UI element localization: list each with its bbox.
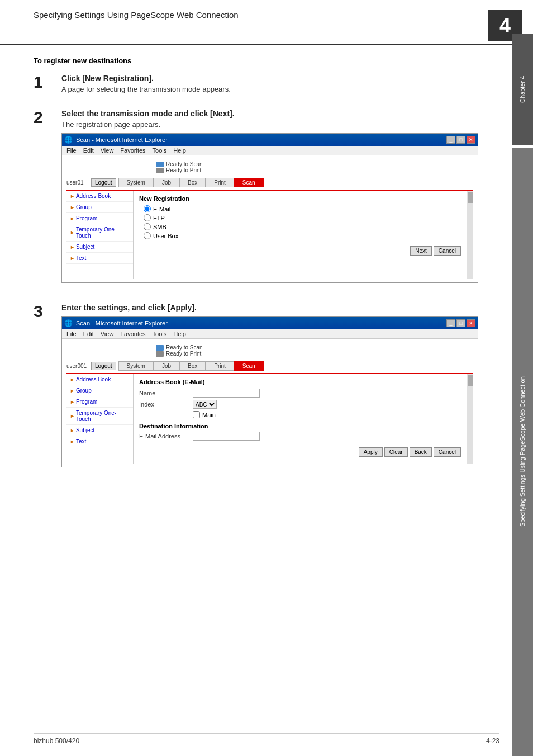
maximize-button[interactable]: □ bbox=[456, 136, 465, 144]
back-button[interactable]: Back bbox=[410, 447, 432, 457]
arrow-icon: ► bbox=[70, 377, 75, 382]
radio-smb-input[interactable] bbox=[144, 223, 151, 230]
tab-job-2[interactable]: Job bbox=[154, 361, 179, 371]
step-1-main: Click [New Registration]. bbox=[61, 74, 478, 83]
arrow-icon: ► bbox=[70, 230, 75, 235]
sidebar-group-1[interactable]: ► Group bbox=[66, 202, 133, 213]
menu-edit[interactable]: Edit bbox=[83, 147, 94, 154]
sidebar-group-2[interactable]: ► Group bbox=[66, 385, 133, 396]
main-checkbox-row: Main bbox=[193, 411, 461, 418]
logout-button-2[interactable]: Logout bbox=[91, 362, 116, 370]
menu-file[interactable]: File bbox=[66, 147, 77, 154]
cancel-button-1[interactable]: Cancel bbox=[434, 246, 461, 256]
scrollbar-1[interactable] bbox=[467, 191, 473, 279]
status-scan-text-2: Ready to Scan bbox=[166, 344, 203, 351]
main-panel-title-2: Address Book (E-Mail) bbox=[139, 379, 461, 385]
radio-email-input[interactable] bbox=[144, 205, 151, 212]
menu-help[interactable]: Help bbox=[173, 147, 186, 154]
form-row-index: Index ABC bbox=[139, 400, 461, 409]
status-print-text-2: Ready to Print bbox=[166, 351, 201, 357]
close-button[interactable]: ✕ bbox=[467, 136, 475, 144]
tab-print-1[interactable]: Print bbox=[206, 178, 234, 187]
browser-1-title: Scan - Microsoft Internet Explorer bbox=[76, 136, 168, 143]
radio-ftp-input[interactable] bbox=[144, 214, 151, 221]
sidebar-address-book-label-2: Address Book bbox=[76, 376, 111, 382]
status-print-2: Ready to Print bbox=[156, 351, 201, 357]
tab-box-1[interactable]: Box bbox=[179, 178, 206, 187]
sidebar-chapter-label: Chapter 4 bbox=[512, 34, 533, 145]
tab-scan-2[interactable]: Scan bbox=[234, 361, 264, 371]
sidebar-temp-one-touch-1[interactable]: ► Temporary One-Touch bbox=[66, 224, 133, 242]
status-scan: Ready to Scan bbox=[156, 161, 203, 167]
step-2-content: Select the transmission mode and click [… bbox=[61, 109, 478, 292]
sidebar-subject-2[interactable]: ► Subject bbox=[66, 425, 133, 436]
browser-2-titlebar: 🌐 Scan - Microsoft Internet Explorer _ □… bbox=[62, 317, 478, 329]
menu-favorites-2[interactable]: Favorites bbox=[120, 330, 145, 337]
menu-help-2[interactable]: Help bbox=[173, 330, 186, 337]
status-print: Ready to Print bbox=[156, 167, 201, 173]
close-button-2[interactable]: ✕ bbox=[467, 319, 475, 327]
sidebar-temp-one-touch-2[interactable]: ► Temporary One-Touch bbox=[66, 408, 133, 425]
sidebar-text-2[interactable]: ► Text bbox=[66, 436, 133, 447]
tab-box-2[interactable]: Box bbox=[179, 361, 206, 371]
main-checkbox[interactable] bbox=[193, 411, 200, 418]
nav-bar-1: user01 Logout System Job Box Print Scan bbox=[66, 178, 473, 187]
logout-button-1[interactable]: Logout bbox=[91, 178, 116, 187]
radio-userbox-input[interactable] bbox=[144, 232, 151, 239]
scrollbar-thumb-2 bbox=[468, 375, 473, 386]
apply-button[interactable]: Apply bbox=[359, 447, 383, 457]
print-icon bbox=[156, 168, 164, 173]
scan-icon-2 bbox=[156, 345, 164, 351]
radio-ftp[interactable]: FTP bbox=[144, 214, 461, 221]
arrow-icon: ► bbox=[70, 205, 75, 210]
browser-icon-2: 🌐 bbox=[64, 319, 73, 327]
sidebar-program-2[interactable]: ► Program bbox=[66, 396, 133, 408]
browser-2-body: Ready to Scan Ready to Print user001 Log… bbox=[62, 339, 478, 467]
sidebar-text-label-2: Text bbox=[76, 438, 86, 445]
menu-favorites[interactable]: Favorites bbox=[120, 147, 145, 154]
tab-print-2[interactable]: Print bbox=[206, 361, 234, 371]
index-select[interactable]: ABC bbox=[193, 400, 217, 409]
radio-smb[interactable]: SMB bbox=[144, 223, 461, 230]
maximize-button-2[interactable]: □ bbox=[456, 319, 465, 327]
minimize-button-2[interactable]: _ bbox=[446, 319, 455, 327]
sidebar-program-1[interactable]: ► Program bbox=[66, 213, 133, 224]
button-row-2: Apply Clear Back Cancel bbox=[139, 445, 461, 459]
sidebar-program-label: Program bbox=[76, 215, 97, 221]
clear-button[interactable]: Clear bbox=[384, 447, 408, 457]
email-input[interactable] bbox=[193, 432, 260, 441]
sidebar-nav-2: ► Address Book ► Group ► Program bbox=[66, 374, 134, 464]
menu-view-2[interactable]: View bbox=[101, 330, 114, 337]
cancel-button-2[interactable]: Cancel bbox=[434, 447, 461, 457]
menu-tools-2[interactable]: Tools bbox=[153, 330, 167, 337]
tab-scan-1[interactable]: Scan bbox=[234, 178, 264, 187]
arrow-icon: ► bbox=[70, 256, 75, 261]
sidebar-subject-1[interactable]: ► Subject bbox=[66, 242, 133, 253]
step-2-main: Select the transmission mode and click [… bbox=[61, 109, 478, 118]
menu-tools[interactable]: Tools bbox=[153, 147, 167, 154]
arrow-icon: ► bbox=[70, 193, 75, 199]
browser-1-body: Ready to Scan Ready to Print user01 Logo… bbox=[62, 155, 478, 282]
menu-view[interactable]: View bbox=[101, 147, 114, 154]
page-header: Specifying Settings Using PageScope Web … bbox=[0, 0, 533, 45]
status-bar-1: Ready to Scan Ready to Print bbox=[66, 159, 473, 176]
next-button-1[interactable]: Next bbox=[410, 246, 432, 256]
radio-userbox[interactable]: User Box bbox=[144, 232, 461, 239]
radio-group-1: E-Mail FTP SMB User Box bbox=[144, 205, 461, 239]
browser-1-titlebar: 🌐 Scan - Microsoft Internet Explorer _ □… bbox=[62, 134, 478, 146]
sidebar-text-1[interactable]: ► Text bbox=[66, 253, 133, 264]
tab-system-1[interactable]: System bbox=[118, 178, 154, 187]
minimize-button[interactable]: _ bbox=[446, 136, 455, 144]
tab-job-1[interactable]: Job bbox=[154, 178, 179, 187]
arrow-icon: ► bbox=[70, 216, 75, 221]
menu-edit-2[interactable]: Edit bbox=[83, 330, 94, 337]
radio-email[interactable]: E-Mail bbox=[144, 205, 461, 212]
sidebar-address-book-1[interactable]: ► Address Book bbox=[66, 191, 133, 202]
menu-file-2[interactable]: File bbox=[66, 330, 77, 337]
name-input[interactable] bbox=[193, 389, 260, 398]
nav-bar-2: user001 Logout System Job Box Print Scan bbox=[66, 361, 473, 371]
scrollbar-2[interactable] bbox=[467, 374, 473, 464]
sidebar-address-book-2[interactable]: ► Address Book bbox=[66, 374, 133, 385]
status-bar-2: Ready to Scan Ready to Print bbox=[66, 342, 473, 359]
tab-system-2[interactable]: System bbox=[118, 361, 154, 371]
